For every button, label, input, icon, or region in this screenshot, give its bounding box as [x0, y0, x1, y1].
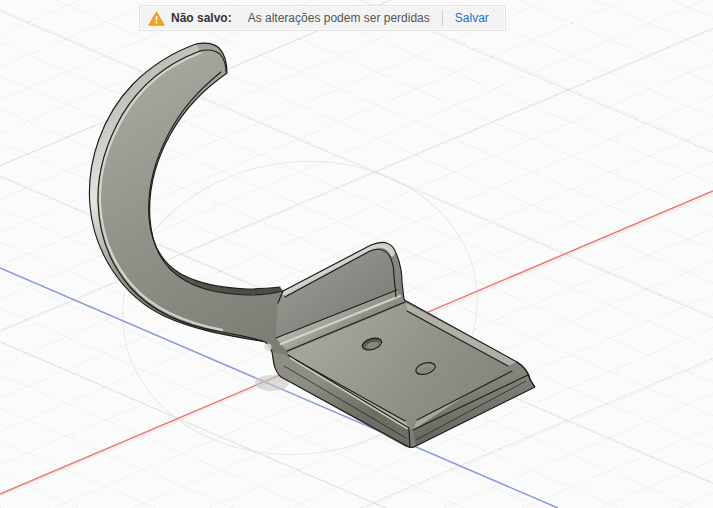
- exclamation-mark: [156, 16, 158, 21]
- model-canvas: [0, 0, 713, 508]
- 3d-model-hook-part[interactable]: [89, 43, 535, 447]
- warning-icon: [148, 11, 165, 26]
- 3d-viewport[interactable]: [0, 0, 713, 508]
- cad-app-screen: Não salvo: As alterações podem ser perdi…: [0, 0, 713, 508]
- corner-fillet-highlight: [265, 344, 272, 351]
- unsaved-notification-bar: Não salvo: As alterações podem ser perdi…: [139, 5, 506, 31]
- notification-title: Não salvo:: [171, 6, 232, 30]
- save-button[interactable]: Salvar: [443, 6, 501, 30]
- notification-message: As alterações podem ser perdidas: [248, 6, 430, 30]
